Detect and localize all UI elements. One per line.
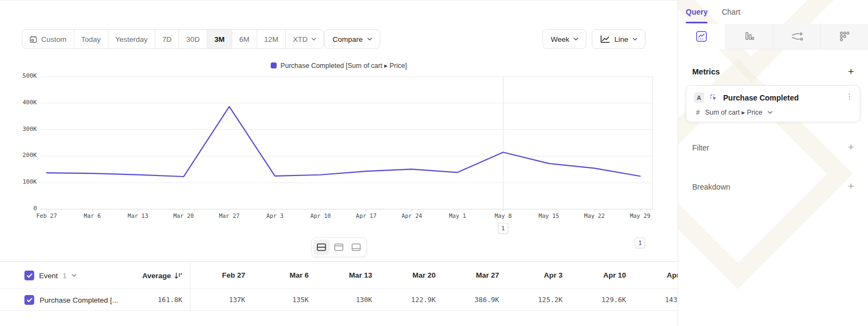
x-tick-label: Mar 27 xyxy=(207,212,252,219)
range-7d[interactable]: 7D xyxy=(155,30,178,48)
date-column-header: Mar 20 xyxy=(381,262,444,289)
breakdown-heading: Breakdown xyxy=(692,183,730,191)
table-row-values: 137K135K130K122.9K386.9K125.2K129.6K143.… xyxy=(190,289,678,311)
metric-event-name: Purchase Completed xyxy=(723,93,799,102)
y-tick-label: 300K xyxy=(0,126,37,133)
layout-toggle-group xyxy=(311,237,367,257)
toggle-table-only[interactable] xyxy=(348,240,365,255)
x-tick-label: Feb 27 xyxy=(24,212,69,219)
metric-card[interactable]: A Purchase Completed ⋮ # xyxy=(686,85,860,122)
date-column-header: Mar 6 xyxy=(254,262,317,289)
date-column-header: Feb 27 xyxy=(190,262,254,289)
range-label: 6M xyxy=(239,35,250,43)
x-tick-label: Apr 24 xyxy=(389,212,435,219)
value-cell: 137K xyxy=(190,289,254,311)
range-today[interactable]: Today xyxy=(74,30,108,48)
value-cell: 143.1K xyxy=(635,289,678,311)
compare-button[interactable]: Compare xyxy=(324,29,380,49)
insights-icon xyxy=(695,30,707,42)
retention-icon xyxy=(839,30,851,42)
toggle-chart-only[interactable] xyxy=(331,240,347,255)
query-sidebar: Query Chart xyxy=(678,0,868,326)
range-label: 30D xyxy=(186,35,200,43)
average-label: Average xyxy=(142,272,171,280)
x-tick-label: Apr 10 xyxy=(298,212,343,219)
chart-type-label: Line xyxy=(614,35,628,43)
x-tick-label: Mar 20 xyxy=(161,212,206,219)
chart-type-button[interactable]: Line xyxy=(592,29,646,49)
chart-legend[interactable]: Purchase Completed [Sum of cart ▸ Price] xyxy=(0,61,678,70)
report-type-tabs xyxy=(678,24,868,49)
tab-retention[interactable] xyxy=(820,24,868,49)
granularity-label: Week xyxy=(551,35,569,43)
metric-letter-badge: A xyxy=(694,92,704,103)
event-column-label: Event xyxy=(39,272,58,280)
metric-card-main: A Purchase Completed xyxy=(694,92,799,103)
table-date-headers: Feb 27Mar 6Mar 13Mar 20Mar 27Apr 3Apr 10… xyxy=(190,262,678,289)
insights-report-page: CustomTodayYesterday7D30D3M6M12MXTD Comp… xyxy=(0,0,868,326)
add-filter-button[interactable]: + xyxy=(848,142,854,152)
date-range-group: CustomTodayYesterday7D30D3M6M12MXTD xyxy=(22,29,324,49)
average-column-header[interactable]: Average xyxy=(114,262,182,289)
metric-aggregation[interactable]: # Sum of cart ▸ Price xyxy=(696,108,773,116)
value-cell: 125.2K xyxy=(508,289,571,311)
value-cell: 386.9K xyxy=(444,289,508,311)
chevron-down-icon xyxy=(573,37,578,41)
value-cell: 130K xyxy=(317,289,381,311)
tab-chart[interactable]: Chart xyxy=(722,8,740,16)
value-cell: 135K xyxy=(254,289,317,311)
chart-controls: Week Line xyxy=(542,29,646,49)
tab-funnels[interactable] xyxy=(725,24,773,49)
add-metric-button[interactable]: + xyxy=(848,66,854,77)
range-label: 3M xyxy=(214,35,225,43)
row-event-name: Purchase Completed [... xyxy=(40,296,118,304)
date-column-header: Apr 10 xyxy=(571,262,635,289)
sidebar-tabs: Query Chart xyxy=(678,0,868,24)
chevron-down-icon[interactable] xyxy=(72,274,76,277)
x-tick-label: Apr 17 xyxy=(343,212,389,219)
x-tick-label: May 22 xyxy=(572,212,617,219)
tab-insights[interactable] xyxy=(678,24,725,49)
tab-flows[interactable] xyxy=(773,24,821,49)
range-label: XTD xyxy=(293,35,308,43)
row-checkbox[interactable] xyxy=(24,295,34,305)
chevron-down-icon xyxy=(633,37,637,41)
range-custom[interactable]: Custom xyxy=(22,30,74,48)
x-tick-label: Mar 6 xyxy=(69,212,115,219)
annotation-badge[interactable]: 1 xyxy=(498,223,508,234)
event-count: 1 xyxy=(63,272,67,280)
sort-descending-icon xyxy=(174,272,182,279)
granularity-button[interactable]: Week xyxy=(542,29,586,49)
range-label: Yesterday xyxy=(116,35,148,43)
x-tick-label: May 1 xyxy=(435,212,480,219)
range-yesterday[interactable]: Yesterday xyxy=(108,30,155,48)
legend-label: Purchase Completed [Sum of cart ▸ Price] xyxy=(280,61,407,70)
aggregation-label: Sum of cart ▸ Price xyxy=(705,108,763,116)
range-label: Today xyxy=(81,35,101,43)
metric-menu-icon[interactable]: ⋮ xyxy=(846,92,853,101)
annotation-badge[interactable]: 1 xyxy=(635,237,645,248)
split-view-icon xyxy=(316,243,327,252)
number-type-icon: # xyxy=(696,109,700,116)
line-chart-icon xyxy=(600,35,610,43)
y-tick-label: 0 xyxy=(0,205,37,212)
x-tick-label: May 15 xyxy=(526,212,572,219)
add-breakdown-button[interactable]: + xyxy=(848,181,854,191)
chart-only-icon xyxy=(334,243,344,252)
row-average-value: 161.8K xyxy=(114,289,182,311)
tab-query[interactable]: Query xyxy=(686,8,707,16)
range-12m[interactable]: 12M xyxy=(257,30,285,48)
range-xtd[interactable]: XTD xyxy=(285,30,323,48)
range-3m[interactable]: 3M xyxy=(207,30,232,48)
filter-heading: Filter xyxy=(692,143,709,152)
compare-label: Compare xyxy=(333,35,363,43)
date-column-header: Mar 13 xyxy=(317,262,381,289)
range-6m[interactable]: 6M xyxy=(232,30,257,48)
select-all-checkbox[interactable] xyxy=(24,271,34,280)
table-row[interactable]: Purchase Completed [... xyxy=(24,289,118,311)
range-30d[interactable]: 30D xyxy=(178,30,207,48)
toggle-split-view[interactable] xyxy=(314,240,330,255)
table-event-header: Event 1 xyxy=(24,262,76,289)
range-label: Custom xyxy=(41,35,67,43)
legend-swatch xyxy=(271,62,277,68)
